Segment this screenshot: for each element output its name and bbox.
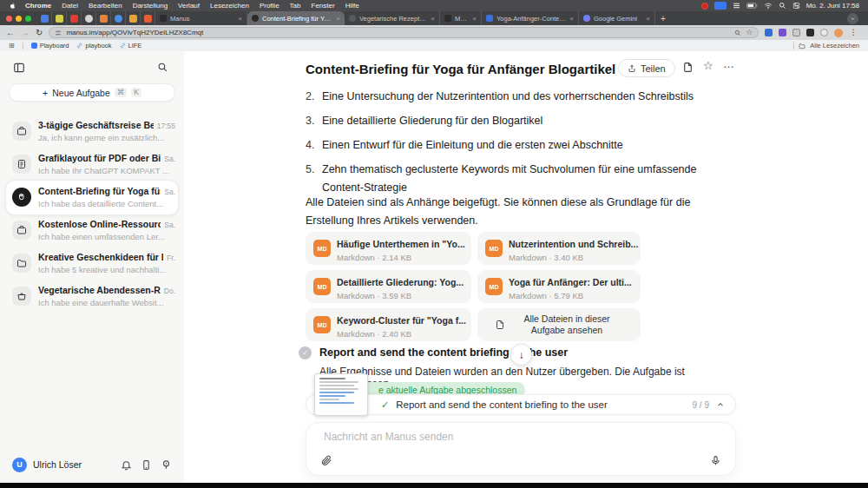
tab-close-icon[interactable]: × <box>646 15 650 23</box>
pinned-tab[interactable] <box>111 11 126 25</box>
pinned-favicon <box>41 15 49 23</box>
menubar-item-tab[interactable]: Tab <box>285 2 306 10</box>
tab-close-icon[interactable]: × <box>336 15 340 23</box>
apps-grid-icon[interactable]: ⊞ <box>9 43 15 49</box>
shortcut-k-key: K <box>131 88 141 97</box>
tab-manus-2[interactable]: Manus× <box>440 11 482 25</box>
menu-lines-icon[interactable] <box>733 2 740 10</box>
sidebar-task-content-briefing-selected[interactable]: Content-Briefing für Yoga für...Sa. Ich … <box>0 181 184 214</box>
view-all-files-button[interactable]: Alle Dateien in dieser Aufgabe ansehen <box>477 308 641 341</box>
profile-avatar[interactable] <box>834 29 843 37</box>
mobile-device-icon[interactable] <box>141 459 152 471</box>
menubar-item-hilfe[interactable]: Hilfe <box>340 2 365 10</box>
sidebar-task-abendessen[interactable]: Vegetarische Abendessen-R...Do. Ich habe… <box>0 280 184 313</box>
window-zoom-button[interactable] <box>25 16 31 22</box>
reload-button[interactable]: ↻ <box>36 29 43 37</box>
extension-icon[interactable] <box>779 29 786 36</box>
extension-icon[interactable] <box>792 29 800 36</box>
bookmark-life[interactable]: LIFE <box>120 42 142 49</box>
menubar-item-profile[interactable]: Profile <box>254 2 285 10</box>
menubar-item-darstellung[interactable]: Darstellung <box>128 2 173 10</box>
pinned-favicon <box>115 15 122 23</box>
tab-vegetarische-rezepte[interactable]: Vegetarische Rezepte unter× <box>345 11 440 25</box>
pinned-tab[interactable] <box>96 11 111 25</box>
input-source-icon[interactable] <box>714 2 727 10</box>
tab-google-gemini[interactable]: Google Gemini× <box>579 11 655 25</box>
all-bookmarks-label[interactable]: Alle Lesezeichen <box>810 42 859 49</box>
bookmark-star-icon[interactable]: ☆ <box>746 29 753 36</box>
file-card[interactable]: MD Yoga für Anfänger: Der ulti...Markdow… <box>477 270 641 303</box>
microphone-icon[interactable] <box>710 455 721 466</box>
menubar-app-name[interactable]: Chrome <box>20 2 56 10</box>
tips-icon[interactable] <box>161 459 172 471</box>
paragraph: Alle Dateien sind als Anhänge beigefügt.… <box>306 194 729 230</box>
search-icon[interactable] <box>157 62 168 73</box>
spotlight-icon[interactable] <box>779 2 786 10</box>
attach-file-icon[interactable] <box>320 454 332 466</box>
forward-button[interactable]: → <box>21 29 30 37</box>
chevron-up-icon[interactable] <box>716 400 725 409</box>
tab-manus-1[interactable]: Manus× <box>155 11 247 25</box>
more-options-icon[interactable]: … <box>723 58 735 69</box>
tab-yoga-content-briefing[interactable]: Yoga-Anfänger-Content-Bri...× <box>482 11 579 25</box>
bell-icon[interactable] <box>121 459 132 471</box>
share-button[interactable]: Teilen <box>618 59 675 77</box>
extension-icon[interactable] <box>765 29 773 36</box>
attachment-preview-thumbnail[interactable] <box>314 373 368 416</box>
apple-menu-icon[interactable] <box>9 2 16 10</box>
sidebar-task-online-ressourcen[interactable]: Kostenlose Online-Ressource...Sa. Ich ha… <box>0 214 184 247</box>
screen-record-icon[interactable] <box>701 3 708 10</box>
user-account-row[interactable]: U Ulrich Löser <box>0 453 184 476</box>
open-file-icon[interactable] <box>682 62 694 73</box>
menubar-item-bearbeiten[interactable]: Bearbeiten <box>83 2 128 10</box>
tab-close-icon[interactable]: × <box>431 15 435 23</box>
message-input[interactable] <box>322 430 704 444</box>
new-task-button[interactable]: + Neue Aufgabe ⌘ K <box>9 83 175 102</box>
menubar-clock[interactable]: Mo. 2. Juni 17:58 <box>806 2 859 10</box>
file-card[interactable]: MD Nutzerintention und Schreib...Markdow… <box>477 232 641 265</box>
url-text[interactable]: manus.im/app/QOVIvTqH2YDeILHZX8Cmqt <box>66 29 730 36</box>
window-close-button[interactable] <box>6 16 12 22</box>
file-card[interactable]: MD Keyword-Cluster für "Yoga f...Markdow… <box>306 308 471 341</box>
menubar-item-lesezeichen[interactable]: Lesezeichen <box>205 2 254 10</box>
menubar-item-verlauf[interactable]: Verlauf <box>173 2 205 10</box>
tab-close-icon[interactable]: × <box>472 15 477 23</box>
wifi-icon[interactable] <box>764 2 773 10</box>
site-settings-icon[interactable] <box>55 30 62 36</box>
tab-overflow-button[interactable] <box>847 13 858 24</box>
scroll-to-bottom-button[interactable]: ↓ <box>510 344 532 366</box>
window-minimize-button[interactable] <box>16 16 22 22</box>
favorite-star-icon[interactable]: ☆ <box>703 60 713 71</box>
file-card[interactable]: MD Häufige Unterthemen in "Yo...Markdown… <box>306 232 471 265</box>
extension-icon[interactable] <box>806 29 814 36</box>
bookmark-playboard[interactable]: Playboard <box>31 42 69 49</box>
extension-icon[interactable] <box>820 29 828 36</box>
folder-icon <box>799 43 806 49</box>
task-progress-bar[interactable]: ✓ Report and send the content briefing t… <box>306 394 736 415</box>
file-card[interactable]: MD Detaillierte Gliederung: Yog...Markdo… <box>306 270 471 303</box>
tab-close-icon[interactable]: × <box>238 15 242 23</box>
message-composer[interactable] <box>306 422 736 476</box>
window-controls[interactable] <box>6 16 31 22</box>
sidebar-toggle-icon[interactable] <box>13 62 25 74</box>
zoom-icon[interactable] <box>734 30 741 36</box>
menubar-item-datei[interactable]: Datei <box>56 2 83 10</box>
pinned-tab[interactable] <box>126 11 141 25</box>
tab-close-icon[interactable]: × <box>569 15 574 23</box>
new-tab-button[interactable]: + <box>655 14 671 23</box>
chrome-menu-icon[interactable]: ⋮ <box>849 29 857 36</box>
sidebar-task-grafiklayout[interactable]: Grafiklayout für PDF oder Bil...Sa. Ich … <box>0 148 184 181</box>
bookmark-playbook[interactable]: playbook <box>76 42 111 49</box>
control-center-icon[interactable] <box>792 2 800 10</box>
pinned-tab[interactable] <box>67 11 82 25</box>
back-button[interactable]: ← <box>6 29 15 37</box>
address-bar[interactable]: manus.im/app/QOVIvTqH2YDeILHZX8Cmqt ☆ <box>49 27 759 38</box>
pinned-tab[interactable] <box>37 11 52 25</box>
tab-content-briefing-active[interactable]: Content-Briefing für Yoga fü× <box>247 11 345 25</box>
sidebar-task-geschaeftsreise[interactable]: 3-tägige Geschäftsreise Be...17:55 Ja, i… <box>0 115 184 148</box>
sidebar-task-geschenkideen[interactable]: Kreative Geschenkideen für Li...Fr. Ich … <box>0 247 184 280</box>
menubar-item-fenster[interactable]: Fenster <box>306 2 340 10</box>
pinned-tab[interactable] <box>52 11 67 25</box>
pinned-tab[interactable] <box>82 11 96 25</box>
pinned-tab[interactable] <box>141 11 155 25</box>
